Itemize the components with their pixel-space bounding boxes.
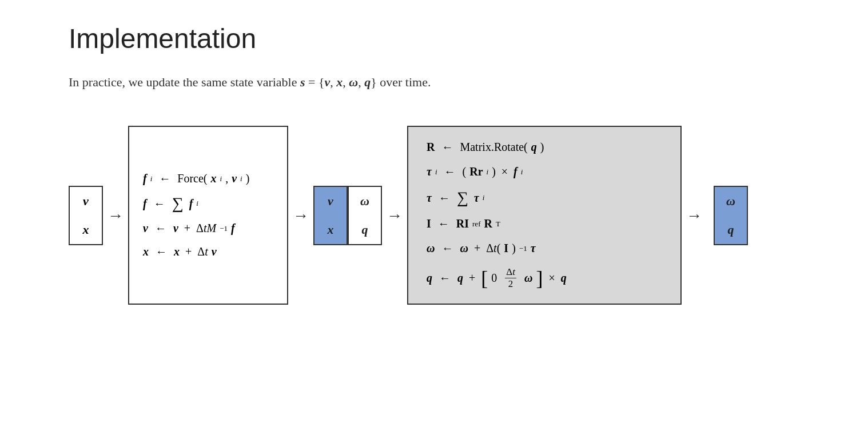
eq-q-rotate: q	[531, 141, 537, 154]
eq-paren-close-I: )	[512, 242, 516, 255]
eq-v2: v	[173, 222, 178, 235]
eq-sub-ri: i	[487, 167, 489, 177]
eq-f-bold-2: f	[231, 222, 235, 235]
eq-sigma-2: ∑	[457, 190, 468, 206]
middle-paired-boxes: v x ω q	[313, 186, 382, 245]
eq-arrow-q: ←	[439, 272, 451, 285]
output-q: q	[728, 222, 734, 237]
eq-paren-r: )	[540, 141, 544, 154]
arrow-to-right: →	[387, 206, 403, 225]
eq-arrow-tau-sum: ←	[439, 191, 450, 205]
arrow-to-equations: →	[107, 206, 124, 225]
eq-tau-final: τ	[531, 242, 536, 255]
right-output-box: ω q	[714, 186, 748, 245]
eq-plus-omega: +	[474, 242, 480, 255]
eq-sub-fi: i	[196, 199, 198, 208]
page: Implementation In practice, we update th…	[0, 0, 868, 423]
intro-v: v	[325, 75, 331, 89]
intro-comma3: ,	[358, 75, 364, 89]
eq-fi-sum: f	[189, 197, 193, 210]
left-box-v: v	[83, 194, 89, 209]
arrow-to-middle: →	[293, 206, 309, 225]
left-box-x: x	[83, 222, 89, 237]
eq-paren-close: )	[246, 172, 250, 185]
eq-frac: Δt 2	[504, 266, 517, 290]
eq-q-update: q ← q + [ 0 Δt 2 ω ] × q	[427, 266, 662, 290]
output-omega: ω	[726, 194, 735, 209]
middle-omega: ω	[360, 194, 369, 209]
eq-omega: ω	[427, 242, 435, 255]
eq-sub-tau-i: i	[435, 167, 437, 177]
eq-tau-sum: τ ← ∑ τi	[427, 190, 662, 206]
eq-arrow-2: ←	[154, 197, 165, 210]
eq-paren-open-tau: (	[463, 165, 467, 178]
eq-delta-t: ΔtM	[196, 222, 216, 235]
eq-v-update: v ← v + ΔtM−1f	[143, 222, 273, 235]
left-equations-box: fi ← Force(xi, vi) f ← ∑ fi v ← v + ΔtM−…	[128, 126, 288, 305]
eq-arrow-I: ←	[438, 217, 449, 230]
eq-q-update-var: q	[427, 272, 432, 285]
eq-R-T: R	[484, 217, 492, 230]
eq-cross-q: ×	[548, 272, 555, 285]
eq-force: fi ← Force(xi, vi)	[143, 172, 273, 185]
left-state-box: v x	[69, 186, 103, 245]
eq-f-bold-i: f	[143, 172, 147, 185]
eq-force-text: Force(	[177, 172, 207, 185]
eq-delta-t-I: Δt(	[486, 242, 500, 255]
diagram-area: v x → fi ← Force(xi, vi) f ← ∑ fi v ← v …	[69, 126, 822, 305]
eq-fi-tau: f	[513, 165, 517, 178]
intro-equals: = {	[305, 75, 325, 89]
intro-x: x	[336, 75, 343, 89]
eq-zero: 0	[491, 272, 497, 285]
eq-sup-T: T	[496, 220, 500, 229]
page-title: Implementation	[69, 23, 822, 54]
eq-sigma-1: ∑	[172, 195, 184, 212]
eq-bracket-left: [	[481, 268, 488, 289]
eq-frac-num: Δt	[505, 266, 516, 278]
intro-comma2: ,	[343, 75, 349, 89]
eq-sum-f: f ← ∑ fi	[143, 195, 273, 212]
eq-sub-i: i	[150, 174, 153, 183]
eq-omega-update: ω ← ω + Δt(I)−1τ	[427, 242, 662, 255]
eq-plus-2: +	[185, 245, 192, 258]
eq-arrow-4: ←	[156, 245, 167, 258]
eq-delta-tv: Δt	[197, 245, 208, 258]
middle-q: q	[362, 222, 368, 237]
eq-v-final: v	[212, 245, 217, 258]
eq-q2: q	[457, 272, 463, 285]
middle-blue-box: v x	[313, 186, 348, 245]
eq-tau-i: τi ← (Rri) × fi	[427, 165, 662, 178]
eq-f-bold: f	[143, 197, 147, 210]
eq-arrow-R: ←	[441, 141, 453, 154]
eq-R-I: RI	[456, 217, 469, 230]
eq-omega-q: ω	[524, 272, 532, 285]
intro-s: s	[300, 75, 305, 89]
eq-fraction: Δt 2	[505, 266, 516, 290]
eq-xi: x	[211, 172, 217, 185]
eq-R-rotate: R ← Matrix.Rotate(q)	[427, 141, 662, 154]
eq-R: R	[427, 141, 435, 154]
eq-omega2: ω	[460, 242, 468, 255]
eq-bracket-right: ]	[536, 268, 543, 289]
eq-plus-q: +	[469, 272, 475, 285]
eq-comma-force: ,	[225, 172, 228, 185]
eq-plus-1: +	[184, 222, 190, 235]
eq-arrow-1: ←	[159, 172, 170, 185]
eq-vi: v	[232, 172, 237, 185]
eq-x: x	[143, 245, 149, 258]
eq-sup-neg1: −1	[519, 244, 527, 253]
intro-comma1: ,	[330, 75, 336, 89]
eq-I2: I	[504, 242, 508, 255]
right-equations-box: R ← Matrix.Rotate(q) τi ← (Rri) × fi τ ←…	[407, 126, 682, 305]
eq-sub-fi-tau: i	[521, 167, 523, 177]
arrow-to-output: →	[686, 206, 702, 225]
eq-matrix-rotate: Matrix.Rotate(	[460, 141, 527, 154]
middle-x: x	[328, 222, 334, 237]
eq-Rr: Rr	[469, 165, 483, 178]
intro-omega: ω	[349, 75, 358, 89]
intro-text-after: } over time.	[371, 75, 431, 89]
eq-cross-tau: ×	[501, 165, 508, 178]
middle-v: v	[328, 194, 333, 209]
eq-paren-close-tau: )	[492, 165, 496, 178]
eq-frac-den: 2	[507, 278, 515, 290]
